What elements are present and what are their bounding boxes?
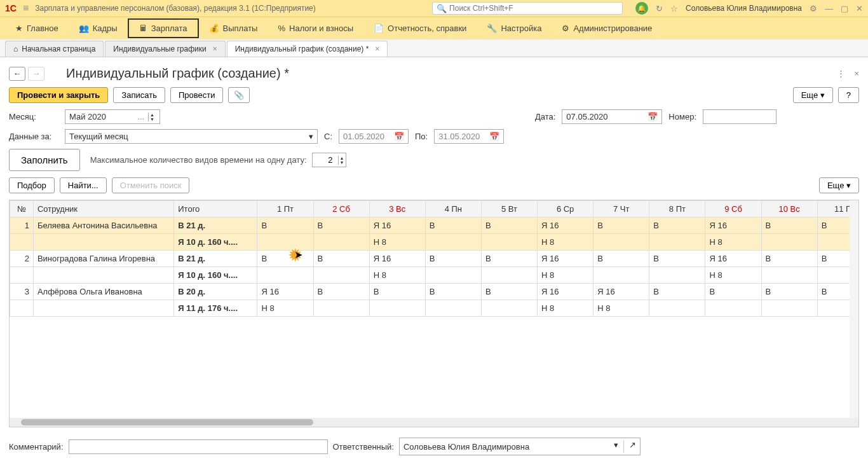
nav-nalogi[interactable]: %Налоги и взносы <box>268 20 363 37</box>
nav-admin[interactable]: ⚙Администрирование <box>552 20 662 37</box>
col-d1[interactable]: 1 Пт <box>257 201 313 218</box>
from-date[interactable]: 01.05.2020📅 <box>339 129 409 144</box>
favorite-icon[interactable]: ☆ <box>670 4 678 13</box>
table-row[interactable]: 1Беляева Антонина ВасильевнаВ 21 д.ВВЯ 1… <box>10 218 860 234</box>
close-window-icon[interactable]: ✕ <box>856 4 863 13</box>
star-icon: ★ <box>15 24 23 33</box>
calendar-icon[interactable]: 📅 <box>489 132 499 141</box>
data-for-select[interactable]: Текущий месяц▾ <box>65 129 318 144</box>
col-d9[interactable]: 9 Сб <box>705 201 761 218</box>
tab-schedule-create[interactable]: Индивидуальный график (создание) *× <box>227 41 388 57</box>
more-button[interactable]: Еще ▾ <box>793 87 833 103</box>
wrench-icon: 🔧 <box>487 24 497 33</box>
settings-icon[interactable]: ⚙ <box>810 4 817 13</box>
nav-vyplaty[interactable]: 💰Выплаты <box>199 20 268 37</box>
col-d2[interactable]: 2 Сб <box>313 201 369 218</box>
menu-icon[interactable]: ≡ <box>23 3 29 14</box>
date-input[interactable]: 07.05.2020📅 <box>562 109 662 124</box>
nav-kadry[interactable]: 👥Кадры <box>69 20 128 37</box>
gear-icon: ⚙ <box>562 24 569 33</box>
col-d4[interactable]: 4 Пн <box>425 201 481 218</box>
percent-icon: % <box>278 24 285 33</box>
table-more-button[interactable]: Еще ▾ <box>819 177 859 193</box>
app-logo: 1C <box>5 3 17 13</box>
nav-zarplata[interactable]: 🖩Зарплата <box>128 18 199 38</box>
search-input[interactable] <box>449 4 618 13</box>
calendar-icon[interactable]: 📅 <box>648 112 658 121</box>
to-date[interactable]: 31.05.2020📅 <box>434 129 504 144</box>
max-types-label: Максимальное количество видов времени на… <box>90 155 307 165</box>
nav-main[interactable]: ★Главное <box>5 20 69 37</box>
help-button[interactable]: ? <box>838 87 859 103</box>
schedule-table[interactable]: № Сотрудник Итого 1 Пт 2 Сб 3 Вс 4 Пн 5 … <box>10 200 859 317</box>
tab-schedules[interactable]: Индивидуальные графики× <box>105 41 225 57</box>
spin-up-icon[interactable]: ▲ <box>149 113 156 117</box>
responsible-label: Ответственный: <box>333 442 394 452</box>
post-button[interactable]: Провести <box>170 87 224 103</box>
post-close-button[interactable]: Провести и закрыть <box>9 87 108 103</box>
user-name[interactable]: Соловьева Юлия Владимировна <box>686 4 802 13</box>
open-icon[interactable]: ↗ <box>629 440 636 453</box>
app-title: Зарплата и управление персоналом (базова… <box>35 4 316 13</box>
close-icon[interactable]: × <box>375 45 379 53</box>
global-search[interactable]: 🔍 <box>432 2 623 15</box>
tab-start[interactable]: ⌂Начальная страница <box>5 41 104 57</box>
schedule-table-wrap: ✹➤ № Сотрудник Итого 1 Пт 2 Сб 3 Вс 4 Пн… <box>9 200 859 427</box>
back-button[interactable]: ← <box>9 67 25 81</box>
chevron-down-icon[interactable]: ▾ <box>309 132 313 141</box>
minimize-icon[interactable]: — <box>825 4 833 13</box>
col-emp[interactable]: Сотрудник <box>33 201 173 218</box>
comment-input[interactable] <box>69 439 328 454</box>
cancel-find-button[interactable]: Отменить поиск <box>112 177 190 193</box>
attach-button[interactable]: 📎 <box>228 87 250 103</box>
col-d3[interactable]: 3 Вс <box>369 201 425 218</box>
table-row[interactable]: Я 11 д. 176 ч....Н 8Н 8Н 8 <box>10 300 860 317</box>
col-d8[interactable]: 8 Пт <box>649 201 705 218</box>
calendar-icon[interactable]: 📅 <box>394 132 404 141</box>
scrollbar-v[interactable] <box>850 200 858 418</box>
fill-button[interactable]: Заполнить <box>9 149 80 171</box>
number-input[interactable] <box>703 109 776 124</box>
nav-settings[interactable]: 🔧Настройка <box>477 20 552 37</box>
scrollbar-h[interactable] <box>10 418 858 427</box>
more-menu-icon[interactable]: ⋮ <box>837 69 845 78</box>
select-button[interactable]: Подбор <box>9 177 55 193</box>
tabs-bar: ⌂Начальная страница Индивидуальные графи… <box>0 39 868 57</box>
history-icon[interactable]: ↻ <box>656 4 663 13</box>
chevron-down-icon[interactable]: ▾ <box>614 440 618 453</box>
spin-down-icon[interactable]: ▼ <box>149 117 156 121</box>
home-icon: ⌂ <box>13 45 18 53</box>
page-title: Индивидуальный график (создание) * <box>66 66 289 81</box>
forward-button[interactable]: → <box>28 67 44 81</box>
table-row[interactable]: 2Виноградова Галина ИгоревнаВ 21 д.ВВЯ 1… <box>10 251 860 267</box>
search-icon: 🔍 <box>437 4 447 13</box>
spin-up-icon[interactable]: ▲ <box>339 156 346 160</box>
notification-icon[interactable]: 🔔 <box>635 2 648 15</box>
col-d5[interactable]: 5 Вт <box>481 201 537 218</box>
responsible-select[interactable]: Соловьева Юлия Владимировна ▾↗ <box>399 438 641 455</box>
close-page-icon[interactable]: × <box>854 69 859 78</box>
main-nav: ★Главное 👥Кадры 🖩Зарплата 💰Выплаты %Нало… <box>0 17 868 39</box>
date-label: Дата: <box>535 112 555 121</box>
number-label: Номер: <box>668 112 696 121</box>
col-d7[interactable]: 7 Чт <box>593 201 649 218</box>
table-row[interactable]: Я 10 д. 160 ч....Н 8Н 8Н 8 <box>10 234 860 251</box>
save-button[interactable]: Записать <box>113 87 165 103</box>
month-input[interactable]: Май 2020 ...▲▼ <box>65 109 160 124</box>
nav-reports[interactable]: 📄Отчетность, справки <box>363 20 477 37</box>
max-types-input[interactable]: ▲▼ <box>312 153 346 167</box>
col-d10[interactable]: 10 Вс <box>761 201 817 218</box>
to-label: По: <box>415 132 428 141</box>
close-icon[interactable]: × <box>213 45 217 53</box>
col-total[interactable]: Итого <box>174 201 257 218</box>
table-row[interactable]: 3Алфёрова Ольга ИвановнаВ 20 д.Я 16ВВВВЯ… <box>10 284 860 300</box>
from-label: С: <box>324 132 332 141</box>
col-num[interactable]: № <box>10 201 34 218</box>
maximize-icon[interactable]: ▢ <box>841 4 848 13</box>
month-label: Месяц: <box>9 112 58 121</box>
spin-down-icon[interactable]: ▼ <box>339 160 346 165</box>
calc-icon: 🖩 <box>139 24 147 33</box>
table-row[interactable]: Я 10 д. 160 ч....Н 8Н 8Н 8 <box>10 267 860 284</box>
col-d6[interactable]: 6 Ср <box>538 201 593 218</box>
find-button[interactable]: Найти... <box>60 177 107 193</box>
